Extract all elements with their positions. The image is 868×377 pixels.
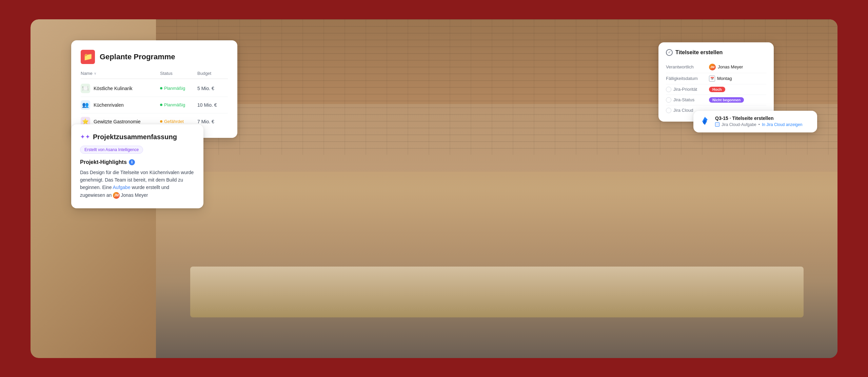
avatar-inline: JM [113, 192, 120, 199]
row-name-cell: 🍽️ Köstliche Kulinarik [81, 84, 160, 93]
jira-checkbox-icon [715, 122, 719, 127]
circle-empty-icon-3 [666, 108, 671, 113]
col-budget-header: Budget [197, 71, 228, 76]
table-row[interactable]: 🍽️ Köstliche Kulinarik Planmäßig 5 Mio. … [81, 80, 228, 97]
row-name-3: Gewitzte Gastronomie [94, 119, 141, 124]
programs-table: Name ∨ Status Budget 🍽️ Köstliche Kulina… [81, 71, 228, 130]
circle-empty-icon-2 [666, 97, 671, 103]
jira-link-text: Jira Cloud-Aufgabe [722, 122, 756, 127]
field-label-faelligkeitsdatum: Fälligkeitsdatum [666, 76, 705, 81]
avatar-small: JM [709, 64, 716, 70]
jira-text: Q3-15 · Titelseite erstellen Jira Cloud-… [715, 116, 812, 127]
jira-task-card: Q3-15 · Titelseite erstellen Jira Cloud-… [693, 111, 817, 132]
priority-badge: Hoch [709, 87, 725, 92]
status-dot-2 [160, 104, 162, 106]
field-value-jira-status: Nicht begonnen [709, 97, 744, 103]
field-row-jira-status: Jira-Status Nicht begonnen [666, 95, 766, 105]
task-link[interactable]: Aufgabe [113, 185, 131, 190]
highlights-info-icon: ℹ [129, 159, 135, 165]
row-name-2: Küchenrivalen [94, 102, 124, 108]
row-name-cell: 👥 Küchenrivalen [81, 100, 160, 110]
row-icon-1: 🍽️ [81, 84, 90, 93]
summary-body: Das Design für die Titelseite von Küchen… [80, 169, 195, 199]
sparkle-icon: ✦✦ [80, 133, 90, 141]
programs-card-header: 📁 Geplante Programme [81, 50, 228, 64]
check-circle-icon: ✓ [666, 49, 673, 56]
titelseite-header: ✓ Titelseite erstellen [666, 49, 766, 56]
status-dot-3 [160, 120, 162, 123]
col-status-header: Status [160, 71, 197, 76]
field-row-faelligkeitsdatum: Fälligkeitsdatum 📅 Montag [666, 73, 766, 84]
circle-empty-icon [666, 87, 671, 92]
sort-chevron-icon[interactable]: ∨ [94, 71, 96, 75]
jira-content: Q3-15 · Titelseite erstellen Jira Cloud-… [699, 116, 812, 128]
summary-title: Projektzusammenfassung [93, 133, 177, 141]
table-header: Name ∨ Status Budget [81, 71, 228, 79]
jira-view-link[interactable]: In Jira Cloud anzeigen [762, 122, 802, 127]
status-badge-2: Planmäßig [160, 102, 197, 107]
field-label-jira-status: Jira-Status [673, 97, 694, 102]
highlights-title: Projekt-Highlights ℹ [80, 159, 195, 165]
not-started-badge: Nicht begonnen [709, 97, 744, 103]
budget-3: 7 Mio. € [197, 119, 228, 124]
row-icon-2: 👥 [81, 100, 90, 110]
status-badge-1: Planmäßig [160, 86, 197, 91]
titelseite-title: Titelseite erstellen [675, 49, 723, 56]
status-badge-3: Gefährdet [160, 119, 197, 124]
folder-icon: 📁 [81, 50, 95, 64]
field-value-faelligkeitsdatum: 📅 Montag [709, 76, 732, 82]
programs-card-title: Geplante Programme [100, 53, 175, 61]
programs-card: 📁 Geplante Programme Name ∨ Status Budge… [71, 40, 237, 138]
status-dot-1 [160, 87, 162, 89]
summary-card: ✦✦ Projektzusammenfassung Erstellt von A… [71, 124, 203, 209]
jira-link-row: Jira Cloud-Aufgabe • In Jira Cloud anzei… [715, 122, 812, 127]
field-label-jira-cloud: Jira Cloud [673, 108, 693, 113]
field-value-jira-prioritaet: Hoch [709, 87, 725, 92]
calendar-icon: 📅 [709, 76, 715, 82]
budget-1: 5 Mio. € [197, 86, 228, 91]
titelseite-card: ✓ Titelseite erstellen Verantwortlich JM… [658, 42, 774, 122]
jira-task-title: Q3-15 · Titelseite erstellen [715, 116, 812, 121]
table-row[interactable]: 👥 Küchenrivalen Planmäßig 10 Mio. € [81, 97, 228, 113]
field-label-jira-prioritaet: Jira-Priorität [673, 87, 697, 92]
row-name-1: Köstliche Kulinarik [94, 86, 132, 91]
ai-badge: Erstellt von Asana Intelligence [80, 146, 143, 154]
field-value-verantwortlich: JM Jonas Meyer [709, 64, 743, 70]
col-name-header: Name ∨ [81, 71, 160, 76]
jira-logo-icon [699, 116, 711, 128]
field-row-jira-prioritaet: Jira-Priorität Hoch [666, 84, 766, 95]
field-label-verantwortlich: Verantwortlich [666, 64, 705, 69]
budget-2: 10 Mio. € [197, 102, 228, 108]
field-row-verantwortlich: Verantwortlich JM Jonas Meyer [666, 61, 766, 73]
summary-header: ✦✦ Projektzusammenfassung [80, 133, 195, 141]
